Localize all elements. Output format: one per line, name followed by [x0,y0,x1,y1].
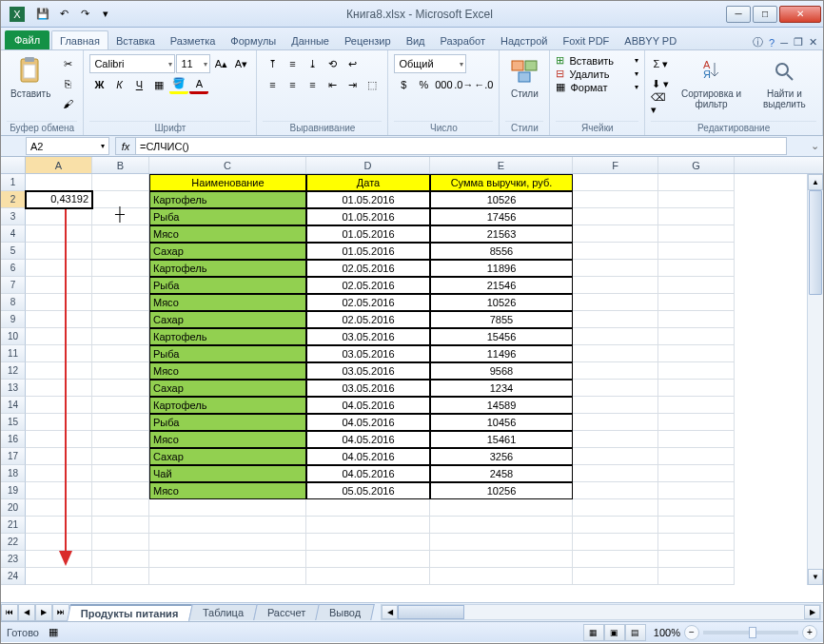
cell-A10[interactable] [26,328,92,345]
cell-G15[interactable] [658,414,735,431]
cell-E24[interactable] [430,568,573,585]
doc-restore-button[interactable]: ❐ [794,36,803,49]
cell-D24[interactable] [306,568,430,585]
align-middle-button[interactable]: ≡ [283,54,302,73]
undo-button[interactable]: ↶ [54,5,73,24]
tab-formulas[interactable]: Формулы [223,31,284,49]
cell-D6[interactable]: 02.05.2016 [306,260,430,277]
autosum-button[interactable]: Σ ▾ [651,54,670,73]
cell-F21[interactable] [573,517,658,534]
cell-E6[interactable]: 11896 [430,260,573,277]
italic-button[interactable]: К [109,75,128,94]
tab-layout[interactable]: Разметка [163,31,224,49]
font-name-combo[interactable]: Calibri▾ [89,54,175,73]
cell-A21[interactable] [26,517,92,534]
cell-F7[interactable] [573,277,658,294]
cell-C13[interactable]: Сахар [149,380,306,397]
cell-A5[interactable] [26,243,92,260]
cell-E15[interactable]: 10456 [430,414,573,431]
cell-A17[interactable] [26,448,92,465]
tab-abbyy[interactable]: ABBYY PD [617,31,684,49]
cell-D19[interactable]: 05.05.2016 [306,482,430,499]
cell-A1[interactable] [26,174,92,191]
cell-G18[interactable] [658,465,735,482]
column-header-A[interactable]: A [26,157,92,173]
cell-A13[interactable] [26,380,92,397]
cell-B1[interactable] [92,174,149,191]
decrease-font-button[interactable]: A▾ [231,54,250,73]
cell-A8[interactable] [26,294,92,311]
align-right-button[interactable]: ≡ [303,75,322,94]
cell-E3[interactable]: 17456 [430,208,573,225]
tab-data[interactable]: Данные [284,31,337,49]
cell-E22[interactable] [430,534,573,551]
cell-B20[interactable] [92,499,149,517]
cell-G1[interactable] [658,174,735,191]
cell-A3[interactable] [26,208,92,225]
cell-B9[interactable] [92,311,149,328]
cell-C1[interactable]: Наименование [149,174,306,191]
row-header[interactable]: 8 [1,294,26,311]
view-layout-button[interactable]: ▣ [604,624,625,641]
underline-button[interactable]: Ч [129,75,148,94]
cell-E9[interactable]: 7855 [430,311,573,328]
row-header[interactable]: 18 [1,465,26,482]
cell-C17[interactable]: Сахар [149,448,306,465]
row-header[interactable]: 9 [1,311,26,328]
cell-A4[interactable] [26,225,92,243]
cell-D4[interactable]: 01.05.2016 [306,225,430,243]
cell-B19[interactable] [92,482,149,499]
cell-F24[interactable] [573,568,658,585]
cell-E14[interactable]: 14589 [430,397,573,414]
cell-D20[interactable] [306,499,430,517]
fx-button[interactable]: fx [115,137,136,155]
cell-G19[interactable] [658,482,735,499]
cell-F5[interactable] [573,243,658,260]
copy-button[interactable]: ⎘ [58,74,77,93]
row-header[interactable]: 24 [1,568,26,585]
select-all-corner[interactable] [1,157,26,173]
cell-E21[interactable] [430,517,573,534]
tab-review[interactable]: Рецензир [337,31,399,49]
row-header[interactable]: 20 [1,499,26,517]
cell-B10[interactable] [92,328,149,345]
comma-button[interactable]: 000 [434,75,453,94]
help-button[interactable]: ? [769,37,775,49]
row-header[interactable]: 4 [1,225,26,243]
align-top-button[interactable]: ⤒ [263,54,282,73]
cell-B12[interactable] [92,362,149,380]
bold-button[interactable]: Ж [89,75,108,94]
column-header-E[interactable]: E [430,157,573,173]
row-header[interactable]: 17 [1,448,26,465]
number-format-combo[interactable]: Общий▾ [394,54,466,73]
cell-D7[interactable]: 02.05.2016 [306,277,430,294]
name-box[interactable]: A2▾ [26,137,109,155]
cells-delete-button[interactable]: ⊟ Удалить▾ [556,68,638,80]
row-header[interactable]: 19 [1,482,26,499]
cell-C2[interactable]: Картофель [149,191,306,208]
clear-button[interactable]: ⌫ ▾ [651,94,670,113]
cell-C21[interactable] [149,517,306,534]
font-color-button[interactable]: A [189,75,208,94]
minimize-ribbon-button[interactable]: ⓘ [753,35,763,49]
cell-A18[interactable] [26,465,92,482]
cell-G16[interactable] [658,431,735,448]
spreadsheet-grid[interactable]: ABCDEFG 1НаименованиеДатаСумма выручки, … [1,157,823,602]
cell-F6[interactable] [573,260,658,277]
qat-dropdown[interactable]: ▾ [96,5,115,24]
cell-G12[interactable] [658,362,735,380]
view-pagebreak-button[interactable]: ▤ [625,624,646,641]
cell-D5[interactable]: 01.05.2016 [306,243,430,260]
cell-B8[interactable] [92,294,149,311]
cell-F16[interactable] [573,431,658,448]
row-header[interactable]: 21 [1,517,26,534]
cell-C10[interactable]: Картофель [149,328,306,345]
cell-B21[interactable] [92,517,149,534]
cell-A22[interactable] [26,534,92,551]
cell-E5[interactable]: 8556 [430,243,573,260]
cell-C9[interactable]: Сахар [149,311,306,328]
tab-insert[interactable]: Вставка [108,31,163,49]
cell-E19[interactable]: 10256 [430,482,573,499]
cell-D12[interactable]: 03.05.2016 [306,362,430,380]
cell-G23[interactable] [658,551,735,568]
